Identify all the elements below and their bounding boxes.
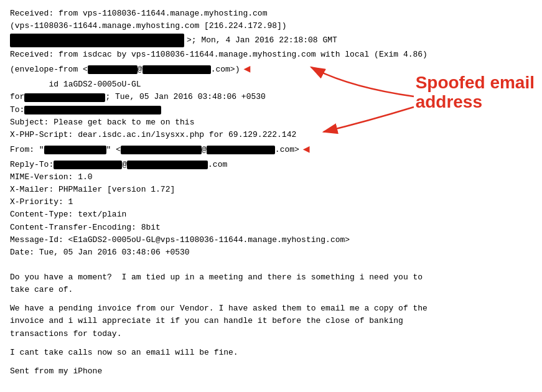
body-line-2: take care of.	[10, 284, 532, 296]
email-view: Received: from vps-1108036-11644.manage.…	[0, 0, 542, 385]
date-line: Date: Tue, 05 Jan 2016 03:48:06 +0530	[10, 246, 532, 259]
to-prefix: To:	[10, 104, 24, 116]
spoofed-annotation: Spoofed email address	[416, 73, 535, 112]
redacted-to-address	[24, 106, 161, 114]
arrow-indicator-1: ◀	[243, 61, 250, 78]
redacted-replyto-domain	[127, 161, 208, 169]
xphp-line: X-PHP-Script: dear.isdc.ac.in/lsysxx.php…	[10, 129, 532, 141]
envelope-suffix: .com>)	[211, 63, 240, 76]
mime-line: MIME-Version: 1.0	[10, 171, 532, 184]
body-line-4: invoice and i will appreciate it if you …	[10, 315, 532, 327]
from-prefix: From: "	[10, 144, 44, 156]
redacted-replyto-user	[54, 161, 122, 169]
redacted-from-name	[44, 146, 106, 154]
redacted-envelope-domain	[143, 65, 211, 74]
envelope-at: @	[138, 63, 143, 76]
content-encoding-line: Content-Transfer-Encoding: 8bit	[10, 222, 532, 234]
arrow-indicator-2: ◀	[303, 141, 310, 159]
received-line-1: Received: from vps-1108036-11644.manage.…	[10, 7, 532, 20]
body-line-6: I cant take calls now so an email will b…	[10, 347, 532, 359]
content-type-line: Content-Type: text/plain	[10, 208, 532, 221]
replyto-at: @	[122, 159, 127, 171]
from-middle: " <	[106, 144, 121, 156]
redacted-header-row: >; Mon, 4 Jan 2016 22:18:08 GMT	[10, 34, 532, 47]
received-line-2: (vps-1108036-11644.manage.myhosting.com …	[10, 20, 532, 32]
body-line-5: transactions for today.	[10, 328, 532, 340]
redacted-from-user	[121, 146, 202, 154]
from-suffix: .com>	[275, 144, 299, 156]
subject-line: Subject: Please get back to me on this	[10, 116, 532, 129]
body-line-3: We have a pending invoice from our Vendo…	[10, 302, 532, 315]
received-local-line: Received: from isdcac by vps-1108036-116…	[10, 49, 532, 61]
replyto-suffix: .com	[208, 159, 227, 171]
spoofed-label: Spoofed email address	[416, 73, 535, 112]
xmailer-line: X-Mailer: PHPMailer [version 1.72]	[10, 184, 532, 196]
from-row: From: " " < @ .com> ◀	[10, 141, 532, 159]
redacted-from-domain	[207, 146, 275, 154]
email-body: Do you have a moment? I am tied up in a …	[10, 271, 532, 378]
body-line-7: Sent from my iPhone	[10, 365, 532, 378]
redacted-for-recipient	[24, 93, 105, 102]
from-at: @	[202, 144, 207, 156]
message-id-line: Message-Id: <E1aGDS2-0005oU-GL@vps-11080…	[10, 234, 532, 246]
received-date-suffix: >; Mon, 4 Jan 2016 22:18:08 GMT	[187, 34, 337, 47]
redacted-envelope-user	[88, 65, 138, 74]
replyto-prefix: Reply-To:	[10, 159, 54, 171]
for-prefix: for	[10, 91, 24, 103]
for-suffix: ; Tue, 05 Jan 2016 03:48:06 +0530	[105, 91, 265, 103]
envelope-prefix: (envelope-from <	[10, 63, 88, 76]
body-line-1: Do you have a moment? I am tied up in a …	[10, 271, 532, 284]
redacted-sender-block	[10, 34, 184, 47]
replyto-row: Reply-To: @ .com	[10, 159, 532, 171]
xpriority-line: X-Priority: 1	[10, 196, 532, 208]
